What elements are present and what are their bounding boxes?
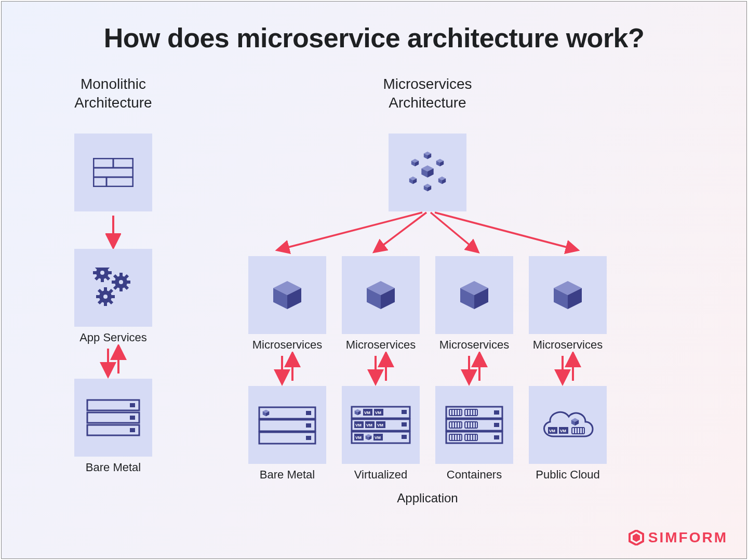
arrow-bidirectional-icon (98, 344, 129, 379)
brand-logo: SIMFORM (629, 529, 728, 546)
microservice-label: Microservices (346, 338, 416, 352)
bare-metal-tile (74, 379, 152, 457)
svg-rect-105 (494, 435, 499, 439)
svg-rect-69 (402, 435, 407, 439)
svg-rect-57 (402, 410, 407, 414)
svg-text:VM: VM (377, 423, 383, 428)
microservice-row: Microservices Microservices Microservice… (248, 256, 607, 352)
microservice-block-2: Microservices (342, 256, 420, 352)
infra-block-public-cloud: VM VM Public Cloud (529, 386, 607, 482)
brand-mark-icon (629, 530, 644, 545)
application-row-label: Application (397, 491, 458, 505)
monolithic-column: MonolithicArchitecture (74, 74, 152, 505)
infra-label: Virtualized (354, 468, 407, 482)
svg-text:VM: VM (364, 410, 370, 415)
bare-metal-block: Bare Metal (74, 379, 152, 474)
svg-text:VM: VM (375, 410, 381, 415)
cube-icon (552, 279, 583, 311)
bare-metal-label: Bare Metal (86, 461, 141, 474)
arrow-bidirectional-icon (435, 352, 513, 386)
svg-text:VM: VM (355, 423, 362, 428)
microservice-block-4: Microservices (529, 256, 607, 352)
svg-text:VM: VM (366, 423, 372, 428)
arrow-down-icon (105, 211, 121, 249)
microservice-label: Microservices (439, 338, 509, 352)
server-icon (258, 405, 316, 445)
cube-icon (272, 279, 303, 311)
page-title: How does microservice architecture work? (22, 22, 726, 54)
diagram-frame: How does microservice architecture work?… (1, 1, 747, 559)
gears-icon (90, 268, 137, 308)
app-services-block: App Services (74, 249, 152, 344)
microservices-cluster-tile (389, 134, 466, 211)
infra-row: Bare Metal VM VM (248, 386, 607, 482)
microservice-label: Microservices (252, 338, 322, 352)
arrow-bidirectional-icon (529, 352, 607, 386)
svg-rect-48 (306, 423, 311, 428)
arrow-bidirectional-icon (342, 352, 420, 386)
infra-block-virtualized: VM VM VM VM VM VM VM (342, 386, 420, 482)
svg-text:VM: VM (375, 435, 381, 440)
svg-rect-49 (306, 436, 311, 440)
svg-line-35 (435, 212, 573, 249)
microservice-label: Microservices (533, 338, 603, 352)
infra-block-bare-metal: Bare Metal (248, 386, 326, 482)
infra-label: Bare Metal (260, 468, 315, 482)
infra-label: Public Cloud (536, 468, 600, 482)
infra-block-containers: Containers (435, 386, 513, 482)
bidir-arrow-row (248, 352, 607, 386)
cluster-cubes-icon (402, 150, 453, 195)
cube-icon (365, 279, 396, 311)
brand-text: SIMFORM (648, 529, 728, 546)
fanout-arrows (241, 209, 615, 256)
svg-text:VM: VM (549, 429, 555, 433)
monolith-block-icon (93, 158, 133, 187)
microservices-column: MicroservicesArchitecture (241, 74, 615, 505)
svg-rect-47 (306, 411, 311, 415)
microservice-block-3: Microservices (435, 256, 513, 352)
monolithic-title: MonolithicArchitecture (74, 74, 152, 113)
svg-point-17 (119, 280, 123, 284)
microservice-block-1: Microservices (248, 256, 326, 352)
cube-icon (459, 279, 490, 311)
svg-rect-104 (494, 423, 499, 427)
infra-label: Containers (447, 468, 502, 482)
svg-point-11 (100, 271, 104, 275)
svg-rect-29 (130, 403, 135, 407)
svg-text:VM: VM (560, 429, 566, 433)
vm-server-icon: VM VM VM VM VM VM VM (351, 405, 411, 445)
cloud-icon: VM VM (537, 403, 599, 447)
svg-rect-31 (130, 428, 135, 432)
app-services-label: App Services (79, 331, 147, 344)
microservices-title: MicroservicesArchitecture (383, 74, 472, 113)
svg-rect-64 (402, 422, 407, 426)
svg-rect-103 (494, 410, 499, 415)
svg-rect-30 (130, 416, 135, 420)
svg-marker-116 (633, 534, 640, 542)
app-services-tile (74, 249, 152, 327)
monolithic-app-tile (74, 134, 152, 211)
container-server-icon (445, 405, 503, 445)
arrow-bidirectional-icon (248, 352, 326, 386)
svg-point-23 (103, 295, 108, 299)
server-icon (86, 399, 140, 436)
svg-text:VM: VM (355, 435, 362, 440)
columns: MonolithicArchitecture (22, 74, 726, 505)
